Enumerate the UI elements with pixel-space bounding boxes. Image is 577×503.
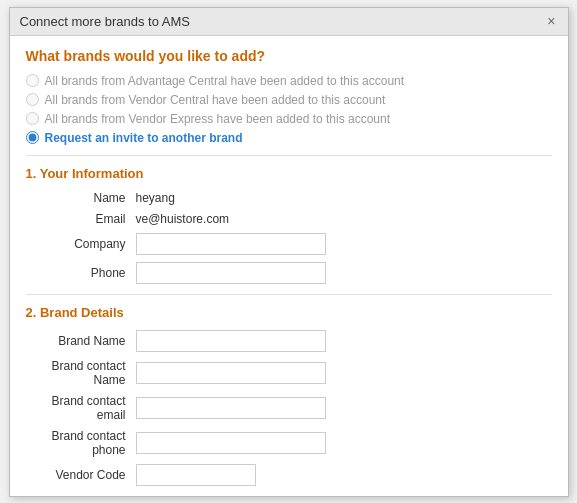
form-row-brand-name: Brand Name: [26, 330, 552, 352]
radio-label-4: Request an invite to another brand: [45, 131, 243, 145]
radio-label-2: All brands from Vendor Central have been…: [45, 93, 386, 107]
brand-name-input[interactable]: [136, 330, 326, 352]
radio-group: All brands from Advantage Central have b…: [26, 74, 552, 145]
modal-dialog: Connect more brands to AMS × What brands…: [9, 7, 569, 497]
value-name: heyang: [136, 191, 175, 205]
divider-2: [26, 294, 552, 295]
radio-input-4[interactable]: [26, 131, 39, 144]
label-name: Name: [26, 191, 136, 205]
brand-contact-email-input[interactable]: [136, 397, 326, 419]
radio-option-3[interactable]: All brands from Vendor Express have been…: [26, 112, 552, 126]
vendor-code-input[interactable]: [136, 464, 256, 486]
brand-contact-name-input[interactable]: [136, 362, 326, 384]
form-row-phone: Phone: [26, 262, 552, 284]
label-brand-contact-name: Brand contact Name: [26, 359, 136, 387]
modal-close-button[interactable]: ×: [545, 14, 557, 28]
form-row-brand-contact-name: Brand contact Name: [26, 359, 552, 387]
vendor-code-helper: Optional. Help us verify your account mo…: [142, 493, 342, 497]
company-input[interactable]: [136, 233, 326, 255]
form-row-name: Name heyang: [26, 191, 552, 205]
phone-input[interactable]: [136, 262, 326, 284]
section2-title: 2. Brand Details: [26, 305, 552, 320]
label-brand-name: Brand Name: [26, 334, 136, 348]
form-row-brand-contact-phone: Brand contact phone: [26, 429, 552, 457]
modal-body: What brands would you like to add? All b…: [10, 36, 568, 497]
radio-label-1: All brands from Advantage Central have b…: [45, 74, 405, 88]
label-brand-contact-phone: Brand contact phone: [26, 429, 136, 457]
label-company: Company: [26, 237, 136, 251]
radio-option-2[interactable]: All brands from Vendor Central have been…: [26, 93, 552, 107]
label-brand-contact-email: Brand contact email: [26, 394, 136, 422]
radio-option-4[interactable]: Request an invite to another brand: [26, 131, 552, 145]
label-vendor-code: Vendor Code: [26, 468, 136, 482]
radio-option-1[interactable]: All brands from Advantage Central have b…: [26, 74, 552, 88]
radio-input-3[interactable]: [26, 112, 39, 125]
form-row-vendor-code: Vendor Code: [26, 464, 552, 486]
brand-contact-phone-input[interactable]: [136, 432, 326, 454]
form-row-email: Email ve@huistore.com: [26, 212, 552, 226]
modal-header: Connect more brands to AMS ×: [10, 8, 568, 36]
radio-input-1[interactable]: [26, 74, 39, 87]
label-phone: Phone: [26, 266, 136, 280]
question-text: What brands would you like to add?: [26, 48, 552, 64]
modal-title: Connect more brands to AMS: [20, 14, 191, 29]
divider-1: [26, 155, 552, 156]
value-email: ve@huistore.com: [136, 212, 230, 226]
section1-title: 1. Your Information: [26, 166, 552, 181]
radio-input-2[interactable]: [26, 93, 39, 106]
radio-label-3: All brands from Vendor Express have been…: [45, 112, 391, 126]
label-email: Email: [26, 212, 136, 226]
form-row-brand-contact-email: Brand contact email: [26, 394, 552, 422]
form-row-company: Company: [26, 233, 552, 255]
